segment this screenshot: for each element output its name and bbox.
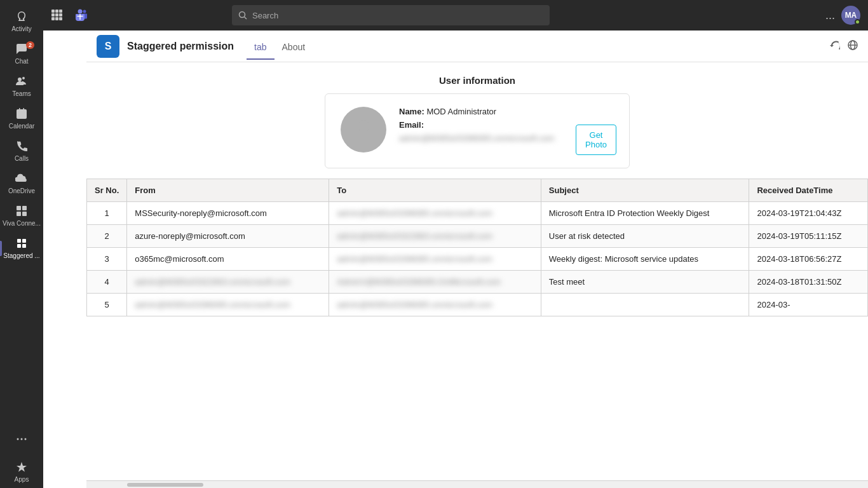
user-avatar-icon	[341, 107, 386, 152]
topbar-right: ... MA	[825, 6, 860, 25]
search-bar[interactable]: Search	[232, 5, 550, 25]
header-actions	[830, 40, 858, 53]
get-photo-button[interactable]: Get Photo	[576, 125, 616, 155]
svg-line-25	[244, 17, 247, 20]
user-info-section: User information Name: MOD Administrator…	[86, 62, 868, 179]
horizontal-scrollbar[interactable]	[86, 480, 868, 488]
grid-icon[interactable]	[51, 9, 62, 22]
svg-rect-14	[55, 10, 58, 13]
svg-rect-20	[55, 17, 58, 20]
sidebar-item-calendar-label: Calendar	[9, 123, 35, 130]
sidebar-item-staggered-label: Staggered ...	[3, 252, 39, 259]
cell-to: admin@M365x03322663.onmicrosoft.com	[329, 225, 541, 248]
sidebar-item-onedrive-label: OneDrive	[8, 187, 35, 194]
email-table-body: 1MSSecurity-noreply@microsoft.comadmin@M…	[87, 202, 868, 316]
svg-point-12	[25, 438, 27, 440]
table-row: 2azure-noreply@microsoft.comadmin@M365x0…	[87, 225, 868, 248]
svg-rect-17	[55, 13, 58, 17]
main-content: S Staggered permission tab About User in…	[86, 30, 868, 488]
hscroll-thumb[interactable]	[127, 483, 203, 487]
svg-rect-6	[17, 239, 21, 243]
cell-sr: 3	[87, 248, 127, 271]
cell-subject: Microsoft Entra ID Protection Weekly Dig…	[541, 202, 749, 225]
svg-rect-4	[17, 212, 21, 216]
sidebar-item-activity-label: Activity	[11, 25, 32, 32]
user-avatar[interactable]: MA	[841, 6, 860, 25]
cell-datetime: 2024-03-19T05:11:15Z	[749, 225, 868, 248]
user-card: Name: MOD Administrator Email: admin@M36…	[325, 93, 630, 168]
content-area[interactable]: User information Name: MOD Administrator…	[86, 62, 868, 480]
cell-subject: User at risk detected	[541, 225, 749, 248]
sidebar-item-staggered[interactable]: Staggered ...	[0, 232, 43, 264]
cell-subject	[541, 294, 749, 316]
sidebar-item-teams-label: Teams	[12, 90, 31, 97]
sidebar-item-activity[interactable]: Activity	[0, 5, 43, 37]
col-sr: Sr No.	[87, 179, 127, 202]
sidebar-item-apps[interactable]: Apps	[0, 456, 43, 488]
chat-badge: 2	[26, 41, 34, 49]
online-indicator	[855, 19, 860, 25]
col-datetime: Received DateTime	[749, 179, 868, 202]
sidebar-item-calls-label: Calls	[15, 155, 29, 162]
cell-subject: Weekly digest: Microsoft service updates	[541, 248, 749, 271]
app-title: Staggered permission	[127, 41, 234, 52]
cell-to: admin@M365x03396065.onmicrosoft.com	[329, 294, 541, 316]
email-value: admin@M365x03396065.onmicrosoft.com	[399, 133, 554, 143]
tab-tab[interactable]: tab	[247, 33, 274, 60]
cell-to: admin@M365x03396065.onmicrosoft.com	[329, 202, 541, 225]
svg-rect-15	[59, 10, 62, 13]
search-placeholder: Search	[252, 11, 278, 20]
cell-datetime: 2024-03-	[749, 294, 868, 316]
table-row: 3o365mc@microsoft.comadmin@M365x03396065…	[87, 248, 868, 271]
svg-point-10	[17, 438, 19, 440]
user-name-row: Name: MOD Administrator	[399, 107, 614, 116]
svg-rect-5	[22, 212, 27, 216]
svg-point-23	[78, 10, 83, 14]
email-table: Sr No. From To Subject Received DateTime…	[86, 179, 868, 316]
svg-point-0	[18, 78, 22, 81]
cell-datetime: 2024-03-19T21:04:43Z	[749, 202, 868, 225]
svg-rect-9	[22, 244, 26, 248]
table-header: Sr No. From To Subject Received DateTime	[87, 179, 868, 202]
tab-about[interactable]: About	[275, 33, 313, 60]
sidebar-item-calls[interactable]: Calls	[0, 135, 43, 167]
cell-from: azure-noreply@microsoft.com	[127, 225, 329, 248]
sidebar-item-viva-label: Viva Conne...	[3, 220, 41, 227]
svg-rect-19	[51, 17, 55, 20]
person-icon	[349, 116, 377, 144]
sidebar-item-apps-label: Apps	[15, 476, 29, 483]
sidebar-item-teams[interactable]: Teams	[0, 70, 43, 102]
sidebar-item-chat-label: Chat	[15, 58, 28, 65]
globe-button[interactable]	[848, 40, 858, 53]
sidebar-more-button[interactable]	[0, 428, 43, 451]
cell-from: o365mc@microsoft.com	[127, 248, 329, 271]
sidebar-item-viva[interactable]: Viva Conne...	[0, 200, 43, 232]
svg-rect-3	[22, 206, 27, 210]
svg-rect-21	[59, 17, 62, 20]
svg-rect-8	[17, 244, 21, 248]
cell-sr: 4	[87, 271, 127, 294]
svg-rect-18	[59, 13, 62, 17]
cell-to: admin@M365x03396065.onmicrosoft.com	[329, 248, 541, 271]
app-icon: S	[97, 35, 119, 58]
cell-sr: 1	[87, 202, 127, 225]
sidebar-item-onedrive[interactable]: OneDrive	[0, 167, 43, 200]
sidebar: Activity 2 Chat Teams Calendar Calls One…	[0, 0, 43, 488]
cell-sr: 5	[87, 294, 127, 316]
table-row: 1MSSecurity-noreply@microsoft.comadmin@M…	[87, 202, 868, 225]
col-to: To	[329, 179, 541, 202]
topbar-more-button[interactable]: ...	[825, 9, 835, 22]
search-icon	[238, 11, 247, 20]
cell-to: AdminV@M365x03396065.OnMicrosoft.com	[329, 271, 541, 294]
cell-from: MSSecurity-noreply@microsoft.com	[127, 202, 329, 225]
svg-rect-13	[51, 10, 55, 13]
svg-rect-7	[22, 239, 26, 243]
email-table-wrap: Sr No. From To Subject Received DateTime…	[86, 179, 868, 316]
user-info-title: User information	[439, 75, 515, 86]
sidebar-item-calendar[interactable]: Calendar	[0, 102, 43, 135]
sidebar-item-chat[interactable]: 2 Chat	[0, 37, 43, 70]
refresh-button[interactable]	[830, 40, 840, 53]
email-label: Email:	[399, 120, 424, 130]
cell-from: admin@M365x03322663.onmicrosoft.com	[127, 271, 329, 294]
svg-point-11	[21, 438, 23, 440]
